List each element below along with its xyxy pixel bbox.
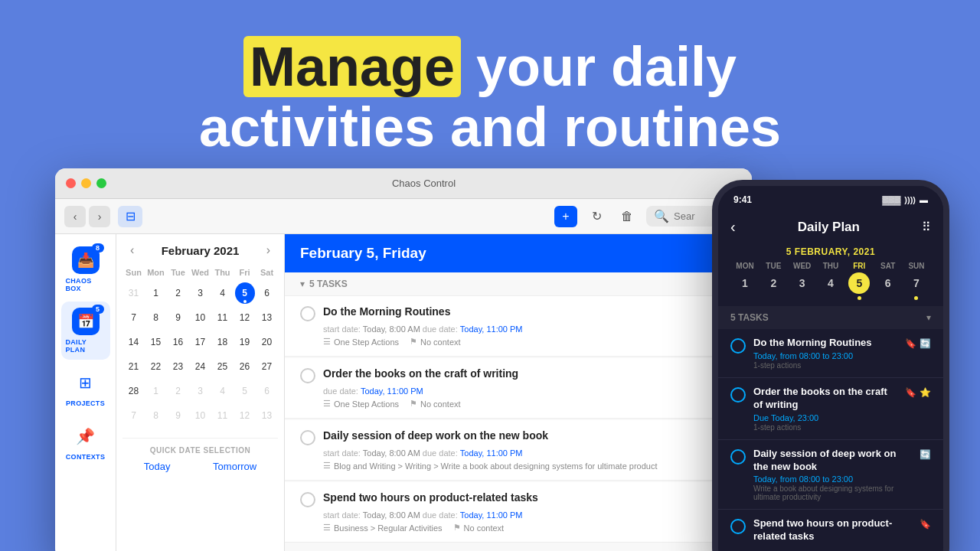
cal-day-next-6[interactable]: 6 <box>257 380 277 402</box>
phone-chevron-icon[interactable]: ▾ <box>926 312 931 323</box>
phone-cal-sun[interactable]: SUN 7 <box>903 262 929 300</box>
signal-icon: ▓▓▓ <box>882 195 900 204</box>
cal-day-10[interactable]: 10 <box>191 307 211 328</box>
toolbar-nav: ‹ › <box>64 206 110 227</box>
cal-day-12[interactable]: 12 <box>235 307 255 328</box>
phone-back-button[interactable]: ‹ <box>730 218 736 236</box>
calendar-grid: Sun Mon Tue Wed Thu Fri Sat 31 1 2 3 4 5… <box>122 266 278 429</box>
add-button[interactable]: + <box>554 206 577 227</box>
task-item: Order the books on the craft of writing … <box>285 358 752 419</box>
phone-task-item: Do the Morning Routines Today, from 08:0… <box>718 329 943 378</box>
cal-day-11[interactable]: 11 <box>213 307 233 328</box>
phone-task-complete-button[interactable] <box>730 338 746 354</box>
task-complete-button[interactable] <box>300 368 315 383</box>
calendar-panel: ‹ February 2021 › Sun Mon Tue Wed Thu Fr… <box>116 234 285 551</box>
cal-day-22[interactable]: 22 <box>146 356 166 377</box>
task-complete-button[interactable] <box>300 492 315 507</box>
refresh-button[interactable]: ↻ <box>585 206 608 227</box>
task-complete-button[interactable] <box>300 430 315 445</box>
cal-day-18[interactable]: 18 <box>213 331 233 353</box>
phone-cal-fri[interactable]: FRI 5 <box>846 262 872 300</box>
task-count-label: 5 TASKS <box>309 279 348 289</box>
cal-day-next-11[interactable]: 11 <box>213 405 233 426</box>
cal-day-26[interactable]: 26 <box>235 356 255 377</box>
sidebar-item-contexts[interactable]: 📌 CONTEXTS <box>61 416 110 467</box>
hero-highlight: Manage <box>243 36 461 97</box>
cal-day-next-5[interactable]: 5 <box>235 380 255 402</box>
delete-button[interactable]: 🗑 <box>616 206 639 227</box>
phone-task-icons: 🔄 <box>920 449 931 460</box>
phone-cal-sat[interactable]: SAT 6 <box>875 262 901 300</box>
tomorrow-button[interactable]: Tomorrow <box>213 461 256 472</box>
mac-close-button[interactable] <box>66 178 76 188</box>
daily-plan-label: DAILY PLAN <box>66 338 106 354</box>
phone-task-complete-button[interactable] <box>730 449 746 465</box>
cal-day-15[interactable]: 15 <box>146 331 166 353</box>
tag-icon: ☰ <box>323 461 331 471</box>
cal-day-next-1[interactable]: 1 <box>146 380 166 402</box>
cal-day-next-12[interactable]: 12 <box>235 405 255 426</box>
phone-menu-button[interactable]: ⠿ <box>922 220 931 234</box>
cal-day-16[interactable]: 16 <box>168 331 188 353</box>
cal-day-13[interactable]: 13 <box>257 307 277 328</box>
phone-cal-wed[interactable]: WED 3 <box>789 262 815 300</box>
cal-day-31[interactable]: 31 <box>124 282 144 304</box>
cal-day-27[interactable]: 27 <box>257 356 277 377</box>
cal-day-9[interactable]: 9 <box>168 307 188 328</box>
hero-line2: activities and routines <box>0 97 980 158</box>
calendar-prev-button[interactable]: ‹ <box>126 242 139 259</box>
cal-day-23[interactable]: 23 <box>168 356 188 377</box>
cal-day-24[interactable]: 24 <box>191 356 211 377</box>
today-button[interactable]: Today <box>144 461 171 472</box>
forward-button[interactable]: › <box>89 206 110 227</box>
cal-day-7[interactable]: 7 <box>124 307 144 328</box>
task-main-row: Daily session of deep work on the new bo… <box>300 429 737 445</box>
phone-task-title: Order the books on the craft of writing <box>753 386 897 412</box>
calendar-next-button[interactable]: › <box>262 242 275 259</box>
cal-day-4[interactable]: 4 <box>213 282 233 304</box>
cal-day-19[interactable]: 19 <box>235 331 255 353</box>
cal-day-next-4[interactable]: 4 <box>213 380 233 402</box>
phone-task-count-row: 5 TASKS ▾ <box>718 306 943 329</box>
phone-task-sub: 1-step actions <box>753 423 897 432</box>
chaos-box-badge: 8 <box>92 243 104 253</box>
phone-cal-tue[interactable]: TUE 2 <box>760 262 786 300</box>
cal-day-next-8[interactable]: 8 <box>146 405 166 426</box>
phone-cal-mon[interactable]: MON 1 <box>732 262 758 300</box>
phone-cal-thu[interactable]: THU 4 <box>818 262 844 300</box>
cal-day-3[interactable]: 3 <box>191 282 211 304</box>
cal-day-next-10[interactable]: 10 <box>191 405 211 426</box>
back-button[interactable]: ‹ <box>64 206 86 227</box>
cal-day-2[interactable]: 2 <box>168 282 188 304</box>
mac-maximize-button[interactable] <box>96 178 106 188</box>
cal-day-next-13[interactable]: 13 <box>257 405 277 426</box>
mac-window: Chaos Control ‹ › ⊟ + ↻ 🗑 🔍 8 📥 CHAOS BO… <box>55 168 752 551</box>
cal-day-20[interactable]: 20 <box>257 331 277 353</box>
sidebar-toggle-button[interactable]: ⊟ <box>118 206 142 227</box>
phone-task-time: Today, from 08:00 to 23:00 <box>753 474 912 484</box>
phone-task-complete-button[interactable] <box>730 519 746 534</box>
cal-day-17[interactable]: 17 <box>191 331 211 353</box>
cal-day-5[interactable]: 5 <box>235 282 255 304</box>
cal-day-1[interactable]: 1 <box>146 282 166 304</box>
cal-day-next-2[interactable]: 2 <box>168 380 188 402</box>
phone-task-sub: Write a book about designing systems for… <box>753 484 912 501</box>
cal-day-6[interactable]: 6 <box>257 282 277 304</box>
task-tag-actions: ☰ Blog and Writing > Writing > Write a b… <box>323 461 658 471</box>
cal-day-next-3[interactable]: 3 <box>191 380 211 402</box>
cal-day-25[interactable]: 25 <box>213 356 233 377</box>
mac-minimize-button[interactable] <box>81 178 91 188</box>
task-complete-button[interactable] <box>300 306 315 321</box>
cal-day-14[interactable]: 14 <box>124 331 144 353</box>
cal-day-21[interactable]: 21 <box>124 356 144 377</box>
sidebar-item-chaos-box[interactable]: 8 📥 CHAOS BOX <box>61 240 110 298</box>
cal-day-28[interactable]: 28 <box>124 380 144 402</box>
phone-task-complete-button[interactable] <box>730 387 746 403</box>
cal-day-next-7[interactable]: 7 <box>124 405 144 426</box>
quick-date-title: QUICK DATE SELECTION <box>122 446 278 455</box>
sidebar-item-projects[interactable]: ⊞ PROJECTS <box>61 363 110 413</box>
cal-day-8[interactable]: 8 <box>146 307 166 328</box>
calendar-week-6: 7 8 9 10 11 12 13 <box>122 404 278 427</box>
sidebar-item-daily-plan[interactable]: 5 📅 DAILY PLAN <box>61 302 110 360</box>
cal-day-next-9[interactable]: 9 <box>168 405 188 426</box>
